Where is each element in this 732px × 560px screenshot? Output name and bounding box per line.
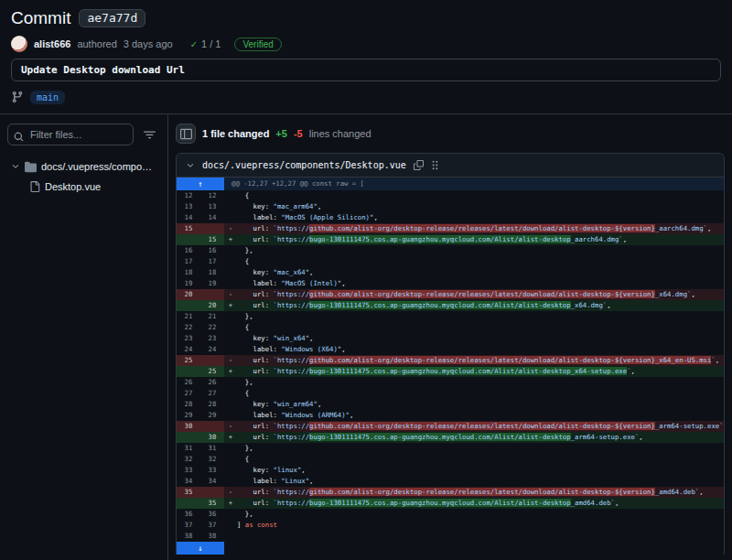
old-line-number[interactable]: 17 [177,256,200,267]
new-line-number[interactable]: 19 [200,278,224,289]
diff-line-ctx: 1212 { [177,190,724,201]
new-line-number[interactable]: 29 [200,410,224,421]
new-line-number[interactable]: 32 [200,454,224,465]
new-line-number[interactable]: 20 [200,300,224,311]
diff-marker: - [224,355,237,366]
old-line-number[interactable]: 18 [177,267,200,278]
old-line-number[interactable] [177,498,200,509]
diff-line-ctx: 2929 label: "Windows (ARM64)", [177,410,724,421]
old-line-number[interactable]: 16 [177,245,200,256]
new-line-number[interactable]: 24 [200,344,224,355]
diff-line-del: 30- url: `https://github.com/alist-org/d… [177,421,724,432]
expand-up-button[interactable]: ↑ [177,178,224,190]
old-line-number[interactable]: 24 [177,344,200,355]
new-line-number[interactable]: 28 [200,399,224,410]
old-line-number[interactable]: 20 [177,289,200,300]
old-line-number[interactable]: 38 [177,531,200,542]
new-line-number[interactable]: 21 [200,311,224,322]
old-line-number[interactable]: 34 [177,476,200,487]
tree-folder-row[interactable]: docs/.vuepress/components [7,156,160,177]
new-line-number[interactable]: 36 [200,509,224,520]
collapse-file-button[interactable] [186,161,195,170]
new-line-number[interactable]: 37 [200,520,224,531]
old-line-number[interactable]: 32 [177,454,200,465]
new-line-number[interactable]: 15 [200,234,224,245]
filter-options-button[interactable] [138,124,160,145]
diff-marker [224,476,237,487]
new-line-number[interactable]: 25 [200,366,224,377]
new-line-number[interactable]: 12 [200,190,224,201]
avatar[interactable] [11,36,27,52]
old-line-number[interactable]: 28 [177,399,200,410]
old-line-number[interactable]: 31 [177,443,200,454]
code-content: }, [237,443,724,454]
old-line-number[interactable]: 29 [177,410,200,421]
old-line-number[interactable]: 23 [177,333,200,344]
drag-grip-icon[interactable] [431,160,439,170]
toggle-file-tree-button[interactable] [176,124,196,144]
old-line-number[interactable] [177,300,200,311]
diff-line-ctx: 2626 }, [177,377,724,388]
old-line-number[interactable]: 33 [177,465,200,476]
old-line-number[interactable]: 14 [177,212,200,223]
new-line-number[interactable]: 23 [200,333,224,344]
author-name[interactable]: alist666 [34,38,70,49]
new-line-number[interactable] [200,355,224,366]
filter-box [7,124,134,145]
diff-marker [224,454,237,465]
new-line-number[interactable]: 33 [200,465,224,476]
new-line-number[interactable]: 38 [200,531,224,542]
old-line-number[interactable]: 22 [177,322,200,333]
code-content: key: "linux", [237,465,724,476]
new-line-number[interactable]: 17 [200,256,224,267]
branch-label[interactable]: main [30,91,65,104]
diff-line-ctx: 3838 [177,531,724,542]
new-line-number[interactable]: 35 [200,498,224,509]
file-path[interactable]: docs/.vuepress/components/Desktop.vue [202,160,406,170]
old-line-number[interactable]: 36 [177,509,200,520]
new-line-number[interactable]: 27 [200,388,224,399]
new-line-number[interactable] [200,223,224,234]
old-line-number[interactable]: 21 [177,311,200,322]
diff-marker [224,465,237,476]
old-line-number[interactable]: 19 [177,278,200,289]
new-line-number[interactable] [200,487,224,498]
expand-down-button[interactable]: ↓ [177,542,224,555]
old-line-number[interactable]: 13 [177,201,200,212]
new-line-number[interactable]: 16 [200,245,224,256]
new-line-number[interactable] [200,289,224,300]
diff-marker [224,388,237,399]
new-line-number[interactable]: 14 [200,212,224,223]
diff-marker [224,344,237,355]
diff-marker [224,410,237,421]
code-content: }, [237,311,724,322]
old-line-number[interactable]: 12 [177,190,200,201]
old-line-number[interactable]: 27 [177,388,200,399]
tree-file-row[interactable]: Desktop.vue [7,177,160,197]
new-line-number[interactable]: 30 [200,432,224,443]
diff-line-ctx: 1919 label: "MacOS (Intel)", [177,278,724,289]
diff-line-add: 25+ url: `https://bugo-1301111475.cos.ap… [177,366,724,377]
old-line-number[interactable] [177,432,200,443]
old-line-number[interactable] [177,366,200,377]
code-content: url: `https://github.com/alist-org/deskt… [237,223,724,234]
new-line-number[interactable]: 13 [200,201,224,212]
old-line-number[interactable]: 15 [177,223,200,234]
copy-path-button[interactable] [414,160,424,170]
checks-status-button[interactable]: ✓ 1 / 1 [190,38,221,49]
verified-badge[interactable]: Verified [234,38,281,51]
new-line-number[interactable]: 26 [200,377,224,388]
old-line-number[interactable]: 37 [177,520,200,531]
new-line-number[interactable]: 18 [200,267,224,278]
old-line-number[interactable]: 26 [177,377,200,388]
old-line-number[interactable]: 35 [177,487,200,498]
new-line-number[interactable]: 31 [200,443,224,454]
old-line-number[interactable]: 30 [177,421,200,432]
new-line-number[interactable]: 22 [200,322,224,333]
old-line-number[interactable] [177,234,200,245]
new-line-number[interactable]: 34 [200,476,224,487]
filter-files-input[interactable] [7,124,134,145]
additions-count: +5 [275,128,287,139]
old-line-number[interactable]: 25 [177,355,200,366]
new-line-number[interactable] [200,421,224,432]
